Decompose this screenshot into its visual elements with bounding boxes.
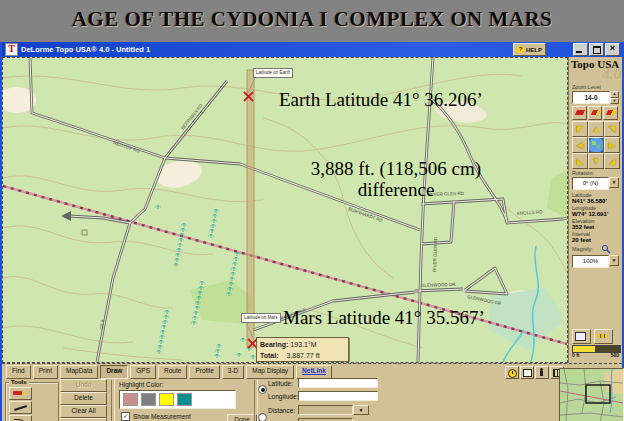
tab-route[interactable]: Route (158, 365, 187, 379)
scale-style-button[interactable] (594, 329, 613, 344)
tab-gps[interactable]: GPS (130, 365, 156, 379)
undo-button[interactable]: Undo (60, 379, 107, 392)
done-button[interactable]: Done (227, 414, 257, 421)
zoom-down-button[interactable]: ▼ (610, 98, 619, 105)
restore-button[interactable] (589, 43, 604, 56)
clock-button[interactable] (505, 366, 519, 379)
difference-annotation: 3,888 ft. (118,506 cm) difference (271, 158, 521, 200)
pan-south-button[interactable]: ▼ (588, 153, 604, 169)
map-viewport[interactable]: RED TOP RD BERRIMAN RD CR 9 BURNHARDT RD… (2, 57, 568, 363)
latitude-label: Latitude (569, 191, 622, 198)
bearing-label: Bearing: (260, 341, 288, 348)
swamp-symbols (155, 205, 255, 359)
earth-latitude-flag: Latitude on Earth (253, 68, 293, 78)
measurement-line (247, 70, 254, 347)
swatch-teal[interactable] (177, 393, 192, 406)
app-window: T DeLorme Topo USA® 4.0 - Untitled 1 ? H… (0, 42, 624, 421)
tab-profile[interactable]: Profile (189, 365, 219, 379)
bottom-panel: Find Print MapData Draw GPS Route Profil… (2, 363, 622, 421)
latlong-radio[interactable] (258, 385, 267, 394)
road-labels: RED TOP RD BERRIMAN RD CR 9 BURNHARDT RD… (99, 102, 543, 330)
swatch-gray[interactable] (141, 393, 156, 406)
tab-netlink[interactable]: NetLink (296, 365, 332, 379)
tab-find[interactable]: Find (6, 365, 31, 379)
zoom-level-label: Zoom Level (569, 83, 622, 90)
tab-mapdata[interactable]: MapData (60, 365, 98, 379)
pan-southeast-button[interactable]: ◢ (604, 153, 620, 169)
globe-icon[interactable] (588, 137, 604, 153)
help-question-icon: ? (517, 46, 524, 53)
overview-icon (523, 369, 532, 377)
pan-west-button[interactable]: ◀ (572, 137, 588, 153)
longitude-input[interactable] (298, 391, 378, 401)
panel-bottom-buttons (572, 329, 616, 344)
tab-draw[interactable]: Draw (100, 365, 128, 379)
window-title: DeLorme Topo USA® 4.0 - Untitled 1 (21, 45, 513, 54)
highlight-color-label: Highlight Color: (119, 381, 163, 388)
swatch-salmon[interactable] (123, 393, 138, 406)
tab-bar: Find Print MapData Draw GPS Route Profil… (6, 365, 334, 379)
pan-northeast-button[interactable]: ◥ (604, 121, 620, 137)
figure-button[interactable] (535, 366, 549, 379)
distance-field-label: Distance: (268, 407, 298, 414)
zoom-level-control: 14-0 ▲ ▼ (572, 91, 619, 104)
magnify-label: Magnify: (572, 246, 593, 252)
latitude-input[interactable] (298, 378, 378, 388)
mars-latitude-annotation: Mars Latitude 41° 35.567’ (283, 307, 485, 328)
rotation-dropdown-button[interactable]: ▼ (609, 177, 619, 188)
overview-window-button[interactable] (572, 329, 591, 344)
show-measurement-checkbox[interactable]: ✓ (121, 412, 130, 421)
pan-northwest-button[interactable]: ◤ (572, 121, 588, 137)
pan-north-button[interactable]: ▲ (588, 121, 604, 137)
magnify-control: 100% ▼ (572, 255, 619, 268)
zoom-in-tool-button[interactable] (572, 106, 587, 120)
divider (111, 380, 115, 421)
pan-tool-button[interactable] (603, 106, 618, 120)
topo-control-panel: Topo USA 4.0 Zoom Level 14-0 ▲ ▼ (568, 57, 622, 363)
magnify-value[interactable]: 100% (572, 255, 609, 268)
panel-header: Topo USA 4.0 (569, 57, 622, 83)
clock-icon (508, 369, 517, 378)
latitude-field-row: Latitude: (268, 378, 378, 388)
delete-button[interactable]: Delete (60, 392, 107, 405)
pan-southwest-button[interactable]: ◣ (572, 153, 588, 169)
swatch-yellow[interactable] (159, 393, 174, 406)
monitor-icon (575, 332, 586, 341)
person-icon (540, 368, 543, 371)
pan-tool-icon (606, 110, 616, 115)
zoom-out-tool-icon (591, 110, 601, 115)
tab-3d[interactable]: 3-D (222, 365, 244, 379)
mars-latitude-flag: Latitude on Mars (241, 313, 281, 323)
window-titlebar: T DeLorme Topo USA® 4.0 - Untitled 1 ? H… (2, 42, 622, 57)
map-scale-labels: 0 ft 500 (572, 352, 619, 358)
ruler-icon (597, 334, 608, 338)
svg-text:RIVER GLEN RD: RIVER GLEN RD (432, 236, 438, 272)
minimize-button[interactable] (573, 43, 588, 56)
clear-all-button[interactable]: Clear All (60, 405, 107, 418)
overview-minimap[interactable] (559, 368, 624, 421)
overview-button[interactable] (520, 366, 534, 379)
zoom-level-value[interactable]: 14-0 (572, 91, 610, 104)
difference-line2: difference (271, 179, 521, 200)
tab-print[interactable]: Print (33, 365, 58, 379)
bearing-value: 193.1°M (290, 341, 316, 348)
distance-input[interactable] (298, 405, 353, 415)
symbol-tool-button[interactable] (9, 387, 32, 400)
tab-map-display[interactable]: Map Display (246, 365, 294, 379)
distance-bearing-radio[interactable] (258, 413, 267, 421)
distance-unit-dropdown[interactable]: ▼ (353, 405, 369, 415)
help-button[interactable]: ? HELP (513, 43, 546, 56)
close-button[interactable]: × (605, 43, 620, 56)
rotation-value[interactable]: 0° (N) (572, 177, 609, 190)
magnify-dropdown-button[interactable]: ▼ (609, 255, 619, 266)
map-tool-buttons (572, 106, 619, 120)
arc-tool-button[interactable] (9, 415, 32, 421)
pan-east-button[interactable]: ▶ (604, 137, 620, 153)
tools-groupbox: Tools ✓ (5, 382, 59, 421)
elevation-label: Elevation (569, 217, 622, 224)
line-tool-button[interactable] (9, 401, 32, 414)
svg-text:GLENWOOD DR: GLENWOOD DR (421, 282, 456, 288)
page-banner: AGE OF THE CYDONIA I COMPLEX ON MARS (0, 0, 624, 42)
restore-icon (593, 46, 601, 54)
zoom-out-tool-button[interactable] (588, 106, 603, 120)
